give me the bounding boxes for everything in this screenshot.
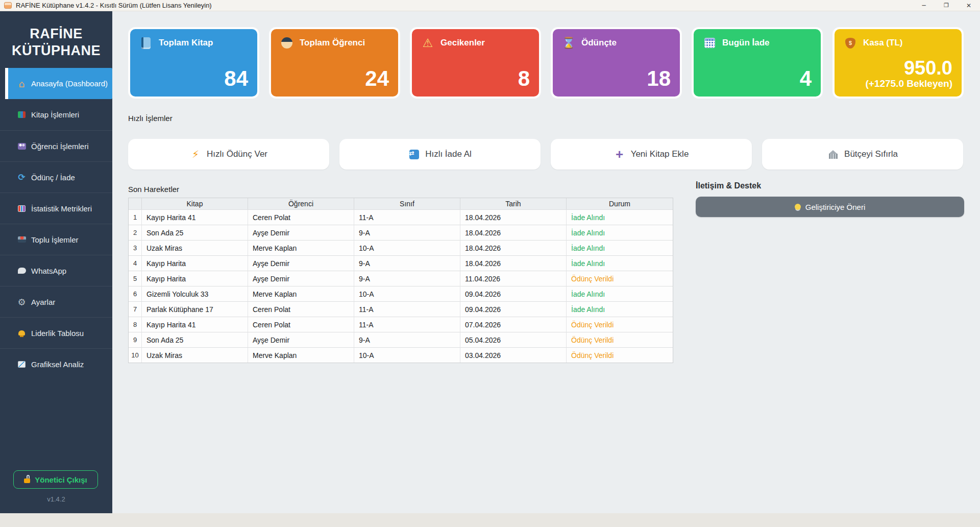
sidebar-item-grafiksel-analiz[interactable]: Grafiksel Analiz — [0, 348, 112, 379]
recent-section: Son Hareketler Kitap Öğrenci Sınıf Tarih… — [128, 170, 673, 363]
sinif-cell[interactable]: 10-A — [354, 286, 460, 301]
sinif-cell[interactable]: 11-A — [354, 317, 460, 332]
durum-cell[interactable]: Ödünç Verildi — [567, 332, 673, 347]
main-content: Toplam Kitap 84 Toplam Öğrenci 24 ⚠ Geci… — [112, 11, 980, 513]
tarih-cell[interactable]: 18.04.2026 — [460, 240, 567, 255]
ogrenci-cell[interactable]: Ayşe Demir — [248, 255, 354, 271]
stat-label: Ödünçte — [581, 38, 617, 48]
tarih-cell[interactable]: 09.04.2026 — [460, 286, 567, 301]
sinif-cell[interactable]: 11-A — [354, 209, 460, 225]
ogrenci-cell[interactable]: Merve Kaplan — [248, 240, 354, 255]
kitap-cell[interactable]: Kayıp Harita 41 — [142, 317, 248, 332]
durum-cell[interactable]: İade Alındı — [567, 286, 673, 301]
tarih-cell[interactable]: 05.04.2026 — [460, 332, 567, 347]
durum-cell[interactable]: Ödünç Verildi — [567, 347, 673, 363]
kitap-cell[interactable]: Parlak Kütüphane 17 — [142, 301, 248, 317]
sinif-cell[interactable]: 11-A — [354, 301, 460, 317]
trophy-icon — [18, 330, 25, 336]
row-number-cell[interactable]: 6 — [129, 286, 142, 301]
stat-value: 24 — [365, 68, 389, 92]
developer-suggestion-button[interactable]: Geliştiriciye Öneri — [696, 197, 964, 217]
row-number-cell[interactable]: 2 — [129, 225, 142, 240]
version-label: v1.4.2 — [0, 495, 112, 503]
row-number-cell[interactable]: 10 — [129, 347, 142, 363]
ogrenci-cell[interactable]: Merve Kaplan — [248, 286, 354, 301]
kitap-cell[interactable]: Kayıp Harita 41 — [142, 209, 248, 225]
sidebar-item-label: WhatsApp — [31, 267, 66, 275]
ogrenci-cell[interactable]: Ceren Polat — [248, 301, 354, 317]
quick-lend-button[interactable]: ⚡ Hızlı Ödünç Ver — [128, 139, 329, 170]
sinif-cell[interactable]: 9-A — [354, 255, 460, 271]
kitap-cell[interactable]: Uzak Miras — [142, 347, 248, 363]
sidebar-item-toplu-islemler[interactable]: Toplu İşlemler — [0, 224, 112, 255]
tarih-cell[interactable]: 03.04.2026 — [460, 347, 567, 363]
durum-cell[interactable]: İade Alındı — [567, 209, 673, 225]
tarih-cell[interactable]: 18.04.2026 — [460, 209, 567, 225]
col-header-sinif: Sınıf — [354, 198, 460, 209]
ogrenci-cell[interactable]: Ceren Polat — [248, 317, 354, 332]
moneybag-icon: $ — [845, 38, 855, 49]
minimize-button[interactable]: ─ — [913, 0, 935, 11]
kitap-cell[interactable]: Uzak Miras — [142, 240, 248, 255]
durum-cell[interactable]: İade Alındı — [567, 225, 673, 240]
durum-cell[interactable]: İade Alındı — [567, 255, 673, 271]
row-number-cell[interactable]: 5 — [129, 271, 142, 286]
tarih-cell[interactable]: 18.04.2026 — [460, 255, 567, 271]
durum-cell[interactable]: İade Alındı — [567, 301, 673, 317]
add-book-button[interactable]: + Yeni Kitap Ekle — [551, 139, 752, 170]
stat-label: Kasa (TL) — [863, 38, 902, 48]
stat-label: Toplam Kitap — [159, 38, 213, 48]
tarih-cell[interactable]: 18.04.2026 — [460, 225, 567, 240]
row-number-cell[interactable]: 8 — [129, 317, 142, 332]
kitap-cell[interactable]: Gizemli Yolculuk 33 — [142, 286, 248, 301]
col-header-number — [129, 198, 142, 209]
recent-table: Kitap Öğrenci Sınıf Tarih Durum 1 Kayıp … — [128, 198, 673, 363]
sinif-cell[interactable]: 10-A — [354, 347, 460, 363]
sidebar-item-anasayfa[interactable]: ⌂ Anasayfa (Dashboard) — [5, 68, 112, 99]
row-number-cell[interactable]: 3 — [129, 240, 142, 255]
maximize-button[interactable]: ❐ — [935, 0, 958, 11]
sidebar-item-odunc-iade[interactable]: ⟳ Ödünç / İade — [0, 161, 112, 193]
window-controls: ─ ❐ ✕ — [913, 0, 980, 11]
sidebar-item-kitap-islemleri[interactable]: Kitap İşlemleri — [0, 99, 112, 130]
sidebar-item-istatistik[interactable]: İstatistik Metrikleri — [0, 193, 112, 224]
sinif-cell[interactable]: 9-A — [354, 225, 460, 240]
quick-return-button[interactable]: ⇄ Hızlı İade Al — [339, 139, 541, 170]
durum-cell[interactable]: İade Alındı — [567, 240, 673, 255]
ogrenci-cell[interactable]: Ceren Polat — [248, 209, 354, 225]
kitap-cell[interactable]: Son Ada 25 — [142, 332, 248, 347]
sidebar-item-liderlik[interactable]: Liderlik Tablosu — [0, 317, 112, 348]
durum-cell[interactable]: Ödünç Verildi — [567, 271, 673, 286]
tarih-cell[interactable]: 11.04.2026 — [460, 271, 567, 286]
kitap-cell[interactable]: Kayıp Harita — [142, 271, 248, 286]
tarih-cell[interactable]: 09.04.2026 — [460, 301, 567, 317]
row-number-cell[interactable]: 9 — [129, 332, 142, 347]
stat-value: 4 — [800, 68, 812, 92]
ogrenci-cell[interactable]: Ayşe Demir — [248, 271, 354, 286]
warning-icon: ⚠ — [421, 36, 434, 50]
sidebar-item-ogrenci-islemleri[interactable]: Öğrenci İşlemleri — [0, 130, 112, 161]
durum-cell[interactable]: Ödünç Verildi — [567, 317, 673, 332]
sidebar-item-label: Liderlik Tablosu — [31, 329, 84, 338]
ogrenci-cell[interactable]: Merve Kaplan — [248, 347, 354, 363]
row-number-cell[interactable]: 1 — [129, 209, 142, 225]
row-number-cell[interactable]: 4 — [129, 255, 142, 271]
sinif-cell[interactable]: 9-A — [354, 271, 460, 286]
admin-logout-button[interactable]: Yönetici Çıkışı — [13, 470, 98, 489]
col-header-ogrenci: Öğrenci — [248, 198, 354, 209]
kitap-cell[interactable]: Kayıp Harita — [142, 255, 248, 271]
ogrenci-cell[interactable]: Ayşe Demir — [248, 332, 354, 347]
quick-actions-label: Hızlı İşlemler — [128, 114, 980, 123]
kitap-cell[interactable]: Son Ada 25 — [142, 225, 248, 240]
sinif-cell[interactable]: 10-A — [354, 240, 460, 255]
tarih-cell[interactable]: 07.04.2026 — [460, 317, 567, 332]
reset-budget-button[interactable]: Bütçeyi Sıfırla — [762, 139, 963, 170]
sidebar-item-whatsapp[interactable]: WhatsApp — [0, 255, 112, 286]
col-header-durum: Durum — [567, 198, 673, 209]
stat-card-bugun-iade: Bugün İade 4 — [692, 27, 823, 99]
sinif-cell[interactable]: 9-A — [354, 332, 460, 347]
close-button[interactable]: ✕ — [958, 0, 980, 11]
ogrenci-cell[interactable]: Ayşe Demir — [248, 225, 354, 240]
row-number-cell[interactable]: 7 — [129, 301, 142, 317]
sidebar-item-ayarlar[interactable]: ⚙ Ayarlar — [0, 286, 112, 317]
